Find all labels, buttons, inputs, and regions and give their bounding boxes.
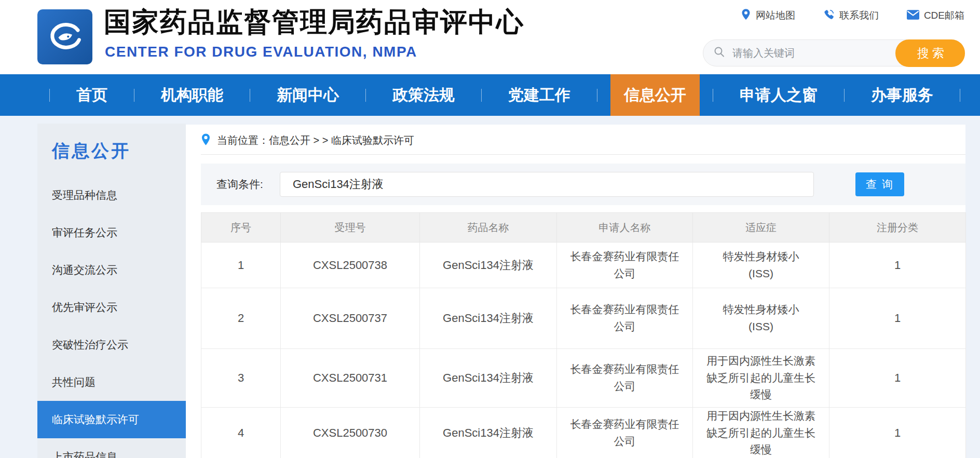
cell-acceptance-no: CXSL2500737 — [281, 288, 420, 349]
cde-nmpa-page: 国家药品监督管理局药品审评中心 CENTER FOR DRUG EVALUATI… — [0, 0, 980, 458]
site-title: 国家药品监督管理局药品审评中心 — [104, 4, 524, 41]
nav-divider — [365, 89, 366, 102]
nav-item-label[interactable]: 办事服务 — [857, 74, 947, 116]
nav-item[interactable]: 政策法规 — [352, 74, 468, 116]
cell-registration-class: 1 — [829, 408, 966, 458]
query-panel: 查询条件: 查 询 — [201, 164, 965, 205]
table-row: 2 CXSL2500737 GenSci134注射液 长春金赛药业有限责任 公司… — [201, 288, 966, 349]
table-body: 1 CXSL2500738 GenSci134注射液 长春金赛药业有限责任 公司… — [201, 243, 966, 458]
nav-item-label[interactable]: 党建工作 — [495, 74, 584, 116]
query-label: 查询条件: — [216, 164, 263, 205]
nav-item-label[interactable]: 信息公开 — [610, 74, 700, 116]
table-header-cell: 申请人名称 — [557, 213, 693, 243]
sidebar-item[interactable]: 突破性治疗公示 — [37, 326, 186, 363]
contact-label: 联系我们 — [839, 9, 879, 22]
sitemap-link[interactable]: 网站地图 — [741, 8, 795, 23]
cde-logo[interactable] — [37, 9, 92, 64]
sidebar-item[interactable]: 受理品种信息 — [37, 177, 186, 214]
nav-item[interactable]: 信息公开 — [584, 74, 700, 116]
content-panel: 当前位置：信息公开 > > 临床试验默示许可 查询条件: 查 询 序号 受理号 — [186, 125, 965, 458]
table-header-cell: 受理号 — [281, 213, 420, 243]
cell-acceptance-no: CXSL2500738 — [281, 243, 420, 288]
nav-item[interactable]: 首页 — [36, 74, 121, 116]
cell-drug-name: GenSci134注射液 — [420, 243, 557, 288]
query-input[interactable] — [280, 172, 814, 197]
cell-applicant: 长春金赛药业有限责任 公司 — [557, 408, 693, 458]
contact-link[interactable]: 联系我们 — [823, 9, 879, 22]
table-row: 3 CXSL2500731 GenSci134注射液 长春金赛药业有限责任 公司… — [201, 349, 966, 408]
nav-item[interactable]: 新闻中心 — [237, 74, 352, 116]
sidebar-item[interactable]: 共性问题 — [37, 363, 186, 401]
nav-item-label[interactable]: 申请人之窗 — [726, 74, 831, 116]
cell-registration-class: 1 — [829, 288, 966, 349]
nav-item[interactable]: 监督与反馈 — [947, 74, 980, 116]
nav-item-label[interactable]: 机构职能 — [147, 74, 237, 116]
sidebar-item[interactable]: 审评任务公示 — [37, 214, 186, 251]
nav-divider — [250, 89, 250, 102]
cell-indication: 特发性身材矮小 (ISS) — [693, 243, 829, 288]
cell-seq: 2 — [201, 288, 281, 349]
sidebar-item[interactable]: 优先审评公示 — [37, 289, 186, 326]
cell-indication: 用于因内源性生长激素 缺乏所引起的儿童生长 缓慢 — [693, 349, 829, 408]
cell-drug-name: GenSci134注射液 — [420, 349, 557, 408]
sidebar-item[interactable]: 沟通交流公示 — [37, 251, 186, 289]
sitemap-label: 网站地图 — [756, 9, 795, 22]
cell-seq: 3 — [201, 349, 281, 408]
location-pin-icon — [201, 133, 211, 148]
cell-acceptance-no: CXSL2500730 — [281, 408, 420, 458]
table-row: 4 CXSL2500730 GenSci134注射液 长春金赛药业有限责任 公司… — [201, 408, 966, 458]
nav-item[interactable]: 申请人之窗 — [700, 74, 831, 116]
nav-item[interactable]: 办事服务 — [831, 74, 947, 116]
mailbox-label: CDE邮箱 — [924, 9, 964, 22]
cell-acceptance-no: CXSL2500731 — [281, 349, 420, 408]
breadcrumb: 当前位置：信息公开 > > 临床试验默示许可 — [201, 133, 965, 155]
cell-drug-name: GenSci134注射液 — [420, 408, 557, 458]
mailbox-link[interactable]: CDE邮箱 — [907, 9, 964, 22]
site-search: 搜索 — [703, 39, 965, 66]
nav-divider — [844, 89, 845, 102]
nav-item-label[interactable]: 新闻中心 — [263, 74, 352, 116]
nav-item-label[interactable]: 政策法规 — [379, 74, 468, 116]
map-pin-icon — [741, 8, 751, 23]
cell-applicant: 长春金赛药业有限责任 公司 — [557, 243, 693, 288]
envelope-icon — [907, 10, 919, 22]
cell-indication: 特发性身材矮小 (ISS) — [693, 288, 829, 349]
nav-divider — [960, 89, 960, 102]
cell-indication: 用于因内源性生长激素 缺乏所引起的儿童生长 缓慢 — [693, 408, 829, 458]
query-button[interactable]: 查 询 — [855, 172, 904, 196]
nav-item[interactable]: 机构职能 — [121, 74, 237, 116]
nav-divider — [597, 89, 597, 102]
sidebar-title: 信息公开 — [52, 139, 186, 163]
cde-swirl-icon — [45, 16, 85, 58]
nav-item-label[interactable]: 监督与反馈 — [973, 74, 980, 116]
search-button[interactable]: 搜索 — [895, 39, 965, 67]
main-nav-list: 首页 机构职能 新闻中心 政策法规 — [0, 74, 980, 116]
nav-item[interactable]: 党建工作 — [468, 74, 584, 116]
nav-divider — [713, 89, 713, 102]
cell-registration-class: 1 — [829, 349, 966, 408]
table-header-cell: 序号 — [201, 213, 281, 243]
cell-applicant: 长春金赛药业有限责任 公司 — [557, 349, 693, 408]
nav-divider — [134, 89, 134, 102]
sidebar-item[interactable]: 临床试验默示许可 — [37, 401, 186, 438]
sidebar: 信息公开 受理品种信息 审评任务公示 沟通交流公示 优先审评公示 突破性治疗公示… — [37, 124, 186, 458]
nav-item-label[interactable]: 首页 — [63, 74, 121, 116]
page-body: 信息公开 受理品种信息 审评任务公示 沟通交流公示 优先审评公示 突破性治疗公示… — [0, 116, 980, 458]
site-subtitle: CENTER FOR DRUG EVALUATION, NMPA — [105, 44, 417, 60]
breadcrumb-text: 当前位置：信息公开 > > 临床试验默示许可 — [217, 133, 414, 147]
results-table: 序号 受理号 药品名称 申请人名称 适应症 注册分类 — [201, 212, 966, 458]
cell-registration-class: 1 — [829, 243, 966, 288]
nav-divider — [481, 89, 482, 102]
cell-drug-name: GenSci134注射液 — [420, 288, 557, 349]
utility-links: 网站地图 联系我们 CDE邮箱 — [741, 8, 964, 23]
sidebar-item[interactable]: 上市药品信息 — [37, 438, 186, 458]
table-header-row: 序号 受理号 药品名称 申请人名称 适应症 注册分类 — [201, 213, 966, 243]
search-icon — [714, 46, 725, 60]
cell-applicant: 长春金赛药业有限责任 公司 — [557, 288, 693, 349]
cell-seq: 4 — [201, 408, 281, 458]
main-nav: 首页 机构职能 新闻中心 政策法规 — [0, 74, 980, 116]
phone-icon — [823, 9, 835, 22]
header: 国家药品监督管理局药品审评中心 CENTER FOR DRUG EVALUATI… — [0, 0, 980, 74]
table-header-cell: 药品名称 — [420, 213, 557, 243]
cell-seq: 1 — [201, 243, 281, 288]
